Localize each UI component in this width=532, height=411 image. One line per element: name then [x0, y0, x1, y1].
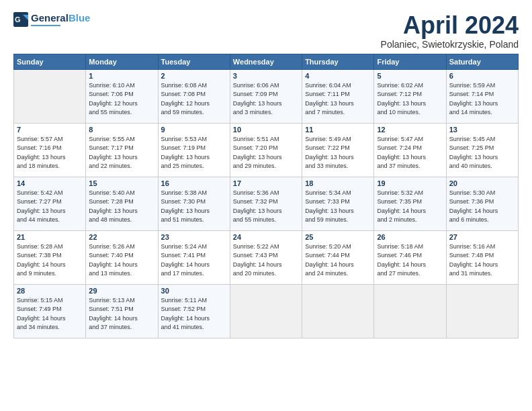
header-day-saturday: Saturday: [446, 54, 518, 69]
header-day-sunday: Sunday: [14, 54, 86, 69]
day-number: 28: [17, 287, 83, 295]
calendar-cell: 18Sunrise: 5:34 AM Sunset: 7:33 PM Dayli…: [302, 177, 374, 230]
calendar-week-row: 14Sunrise: 5:42 AM Sunset: 7:27 PM Dayli…: [14, 177, 519, 230]
month-title: April 2024: [381, 12, 519, 39]
day-number: 17: [233, 179, 299, 187]
calendar-cell: [14, 69, 86, 123]
day-info: Sunrise: 6:02 AM Sunset: 7:12 PM Dayligh…: [377, 81, 443, 118]
day-info: Sunrise: 5:57 AM Sunset: 7:16 PM Dayligh…: [17, 135, 83, 171]
calendar-cell: 14Sunrise: 5:42 AM Sunset: 7:27 PM Dayli…: [14, 177, 86, 230]
day-info: Sunrise: 5:36 AM Sunset: 7:32 PM Dayligh…: [233, 189, 299, 225]
logo: G GeneralBlue: [13, 12, 90, 27]
day-info: Sunrise: 5:22 AM Sunset: 7:43 PM Dayligh…: [233, 242, 299, 279]
day-number: 10: [233, 126, 299, 134]
day-info: Sunrise: 5:20 AM Sunset: 7:44 PM Dayligh…: [305, 242, 371, 279]
day-info: Sunrise: 5:30 AM Sunset: 7:36 PM Dayligh…: [449, 189, 515, 225]
day-info: Sunrise: 5:16 AM Sunset: 7:48 PM Dayligh…: [449, 242, 515, 279]
calendar-cell: 11Sunrise: 5:49 AM Sunset: 7:22 PM Dayli…: [302, 123, 374, 177]
day-info: Sunrise: 5:55 AM Sunset: 7:17 PM Dayligh…: [89, 135, 154, 171]
calendar-cell: 6Sunrise: 5:59 AM Sunset: 7:14 PM Daylig…: [446, 69, 518, 123]
calendar-cell: 3Sunrise: 6:06 AM Sunset: 7:09 PM Daylig…: [230, 69, 302, 123]
day-info: Sunrise: 5:53 AM Sunset: 7:19 PM Dayligh…: [161, 135, 227, 171]
header-day-friday: Friday: [374, 54, 446, 69]
day-info: Sunrise: 5:28 AM Sunset: 7:38 PM Dayligh…: [17, 242, 83, 279]
calendar-cell: 15Sunrise: 5:40 AM Sunset: 7:28 PM Dayli…: [86, 177, 158, 230]
calendar-cell: [374, 284, 446, 338]
day-info: Sunrise: 6:06 AM Sunset: 7:09 PM Dayligh…: [233, 81, 299, 118]
calendar-cell: 5Sunrise: 6:02 AM Sunset: 7:12 PM Daylig…: [374, 69, 446, 123]
day-info: Sunrise: 5:13 AM Sunset: 7:51 PM Dayligh…: [89, 296, 154, 332]
title-block: April 2024 Polaniec, Swietokrzyskie, Pol…: [381, 12, 519, 50]
header-day-wednesday: Wednesday: [230, 54, 302, 69]
day-info: Sunrise: 5:34 AM Sunset: 7:33 PM Dayligh…: [305, 189, 371, 225]
day-number: 25: [305, 233, 371, 241]
calendar-cell: 29Sunrise: 5:13 AM Sunset: 7:51 PM Dayli…: [86, 284, 158, 338]
page-container: G GeneralBlue April 2024 Polaniec, Swiet…: [0, 0, 532, 411]
calendar-cell: [446, 284, 518, 338]
day-number: 7: [17, 126, 83, 134]
day-number: 15: [89, 179, 154, 187]
day-number: 2: [161, 72, 227, 80]
day-number: 5: [377, 72, 443, 80]
day-info: Sunrise: 6:08 AM Sunset: 7:08 PM Dayligh…: [161, 81, 227, 118]
calendar-cell: 17Sunrise: 5:36 AM Sunset: 7:32 PM Dayli…: [230, 177, 302, 230]
calendar-week-row: 28Sunrise: 5:15 AM Sunset: 7:49 PM Dayli…: [14, 284, 519, 338]
calendar-cell: 26Sunrise: 5:18 AM Sunset: 7:46 PM Dayli…: [374, 230, 446, 284]
day-number: 23: [161, 233, 227, 241]
header-day-thursday: Thursday: [302, 54, 374, 69]
calendar-cell: 12Sunrise: 5:47 AM Sunset: 7:24 PM Dayli…: [374, 123, 446, 177]
calendar-cell: 10Sunrise: 5:51 AM Sunset: 7:20 PM Dayli…: [230, 123, 302, 177]
calendar-table: SundayMondayTuesdayWednesdayThursdayFrid…: [13, 54, 519, 338]
day-number: 3: [233, 72, 299, 80]
calendar-cell: [230, 284, 302, 338]
header-day-tuesday: Tuesday: [158, 54, 230, 69]
logo-text-blue: Blue: [69, 12, 91, 24]
calendar-cell: 27Sunrise: 5:16 AM Sunset: 7:48 PM Dayli…: [446, 230, 518, 284]
day-info: Sunrise: 5:45 AM Sunset: 7:25 PM Dayligh…: [449, 135, 515, 171]
day-number: 29: [89, 287, 154, 295]
calendar-cell: 30Sunrise: 5:11 AM Sunset: 7:52 PM Dayli…: [158, 284, 230, 338]
day-number: 16: [161, 179, 227, 187]
day-info: Sunrise: 5:11 AM Sunset: 7:52 PM Dayligh…: [161, 296, 227, 332]
day-info: Sunrise: 5:49 AM Sunset: 7:22 PM Dayligh…: [305, 135, 371, 171]
calendar-header-row: SundayMondayTuesdayWednesdayThursdayFrid…: [14, 54, 519, 69]
calendar-cell: 23Sunrise: 5:24 AM Sunset: 7:41 PM Dayli…: [158, 230, 230, 284]
day-info: Sunrise: 5:38 AM Sunset: 7:30 PM Dayligh…: [161, 189, 227, 225]
calendar-cell: 24Sunrise: 5:22 AM Sunset: 7:43 PM Dayli…: [230, 230, 302, 284]
logo-icon: G: [13, 12, 28, 27]
calendar-cell: [302, 284, 374, 338]
day-number: 6: [449, 72, 515, 80]
calendar-cell: 16Sunrise: 5:38 AM Sunset: 7:30 PM Dayli…: [158, 177, 230, 230]
day-number: 13: [449, 126, 515, 134]
location: Polaniec, Swietokrzyskie, Poland: [381, 39, 519, 50]
day-number: 19: [377, 179, 443, 187]
day-number: 24: [233, 233, 299, 241]
calendar-cell: 7Sunrise: 5:57 AM Sunset: 7:16 PM Daylig…: [14, 123, 86, 177]
day-info: Sunrise: 5:47 AM Sunset: 7:24 PM Dayligh…: [377, 135, 443, 171]
calendar-cell: 21Sunrise: 5:28 AM Sunset: 7:38 PM Dayli…: [14, 230, 86, 284]
day-info: Sunrise: 5:26 AM Sunset: 7:40 PM Dayligh…: [89, 242, 154, 279]
calendar-cell: 4Sunrise: 6:04 AM Sunset: 7:11 PM Daylig…: [302, 69, 374, 123]
day-number: 8: [89, 126, 154, 134]
calendar-cell: 13Sunrise: 5:45 AM Sunset: 7:25 PM Dayli…: [446, 123, 518, 177]
calendar-cell: 25Sunrise: 5:20 AM Sunset: 7:44 PM Dayli…: [302, 230, 374, 284]
day-number: 14: [17, 179, 83, 187]
day-number: 4: [305, 72, 371, 80]
day-number: 30: [161, 287, 227, 295]
header-day-monday: Monday: [86, 54, 158, 69]
day-number: 21: [17, 233, 83, 241]
day-info: Sunrise: 5:51 AM Sunset: 7:20 PM Dayligh…: [233, 135, 299, 171]
logo-text-general: General: [31, 12, 69, 24]
calendar-cell: 22Sunrise: 5:26 AM Sunset: 7:40 PM Dayli…: [86, 230, 158, 284]
calendar-cell: 20Sunrise: 5:30 AM Sunset: 7:36 PM Dayli…: [446, 177, 518, 230]
calendar-cell: 2Sunrise: 6:08 AM Sunset: 7:08 PM Daylig…: [158, 69, 230, 123]
svg-text:G: G: [15, 15, 21, 24]
calendar-cell: 9Sunrise: 5:53 AM Sunset: 7:19 PM Daylig…: [158, 123, 230, 177]
day-number: 18: [305, 179, 371, 187]
calendar-cell: 28Sunrise: 5:15 AM Sunset: 7:49 PM Dayli…: [14, 284, 86, 338]
calendar-cell: 8Sunrise: 5:55 AM Sunset: 7:17 PM Daylig…: [86, 123, 158, 177]
calendar-cell: 1Sunrise: 6:10 AM Sunset: 7:06 PM Daylig…: [86, 69, 158, 123]
day-number: 9: [161, 126, 227, 134]
day-info: Sunrise: 5:18 AM Sunset: 7:46 PM Dayligh…: [377, 242, 443, 279]
day-number: 1: [89, 72, 154, 80]
